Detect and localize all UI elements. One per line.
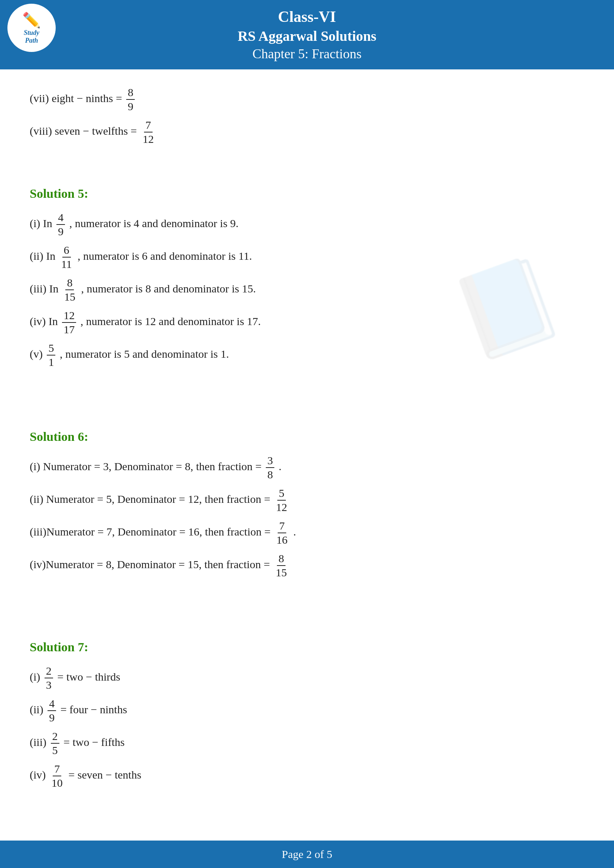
sol7-ii: (ii) 4 9 = four − ninths [30, 697, 584, 724]
sol6-iii: (iii)Numerator = 7, Denominator = 16, th… [30, 519, 584, 547]
sol6-ii-num: 5 [277, 487, 286, 501]
sol5-ii-den: 11 [60, 257, 73, 271]
sol5-v: (v) 5 1 , numerator is 5 and denominator… [30, 341, 584, 369]
sol5-iv-num: 12 [62, 309, 76, 323]
sol6-i-text: (i) Numerator = 3, Denominator = 8, then… [30, 460, 262, 473]
viii-fraction: 7 12 [141, 118, 155, 146]
sol5-v-den: 1 [47, 355, 55, 369]
sol5-ii: (ii) In 6 11 , numerator is 6 and denomi… [30, 243, 584, 271]
sol7-ii-den: 9 [48, 711, 56, 724]
logo-text: StudyPath [22, 29, 41, 45]
solution6-heading: Solution 6: [30, 425, 584, 448]
sol5-ii-pre: (ii) In [30, 250, 55, 262]
sol7-iv-num: 7 [53, 762, 61, 777]
page-number: Page 2 of 5 [282, 848, 332, 860]
sol5-i-post: , numerator is 4 and denominator is 9. [70, 217, 239, 229]
sol5-ii-num: 6 [62, 243, 71, 257]
viii-label: (viii) seven − twelfths = [30, 125, 137, 137]
sol6-iii-fraction: 7 16 [275, 519, 289, 547]
sol6-iv-den: 15 [274, 566, 288, 579]
sol5-v-fraction: 5 1 [47, 341, 55, 369]
sol7-ii-pre: (ii) [30, 703, 43, 716]
sol6-iv: (iv)Numerator = 8, Denominator = 15, the… [30, 552, 584, 579]
sol7-iv-den: 10 [50, 777, 64, 790]
sol7-iv-fraction: 7 10 [50, 762, 64, 790]
page-header: ✏️ StudyPath Class-VI RS Aggarwal Soluti… [0, 0, 614, 70]
sol5-v-num: 5 [47, 341, 55, 355]
logo-area: ✏️ StudyPath [8, 4, 56, 52]
sol7-iv: (iv) 7 10 = seven − tenths [30, 762, 584, 790]
sol7-iii-post: = two − fifths [64, 736, 125, 748]
sol6-iv-text: (iv)Numerator = 8, Denominator = 15, the… [30, 558, 270, 570]
sol6-ii: (ii) Numerator = 5, Denominator = 12, th… [30, 487, 584, 514]
viii-denominator: 12 [141, 132, 155, 146]
sol6-iii-dot: . [293, 525, 296, 538]
sol6-ii-fraction: 5 12 [275, 487, 289, 514]
sol6-i-dot: . [279, 460, 282, 473]
sol7-iii-num: 2 [51, 730, 59, 744]
logo-circle: ✏️ StudyPath [8, 4, 56, 52]
chapter-label: Chapter 5: Fractions [4, 45, 610, 63]
sol6-ii-den: 12 [275, 501, 289, 514]
sol7-iii-den: 5 [51, 744, 59, 757]
vii-numerator: 8 [126, 86, 135, 100]
class-label: Class-VI [4, 7, 610, 27]
sol5-iv: (iv) In 12 17 , numerator is 12 and deno… [30, 309, 584, 336]
problem-vii: (vii) eight − ninths = 8 9 [30, 86, 584, 113]
sol7-i-pre: (i) [30, 671, 40, 683]
sol6-iii-text: (iii)Numerator = 7, Denominator = 16, th… [30, 525, 271, 538]
sol6-i: (i) Numerator = 3, Denominator = 8, then… [30, 454, 584, 481]
sol5-iii-pre: (iii) In [30, 282, 58, 294]
sol6-iv-num: 8 [277, 552, 285, 566]
sol5-i-num: 4 [56, 211, 65, 225]
solutions-label: RS Aggarwal Solutions [4, 27, 610, 45]
sol5-iii: (iii) In 8 15 , numerator is 8 and denom… [30, 276, 584, 304]
sol7-ii-post: = four − ninths [60, 703, 127, 716]
sol5-i-den: 9 [56, 225, 65, 238]
sol5-i-pre: (i) In [30, 217, 52, 229]
sol5-ii-fraction: 6 11 [60, 243, 73, 271]
sol7-iii: (iii) 2 5 = two − fifths [30, 730, 584, 757]
sol7-iv-pre: (iv) [30, 769, 46, 781]
solution7-heading: Solution 7: [30, 636, 584, 658]
sol5-iv-den: 17 [62, 323, 76, 336]
header-titles: Class-VI RS Aggarwal Solutions Chapter 5… [4, 7, 610, 63]
sol5-ii-post: , numerator is 6 and denominator is 11. [78, 250, 252, 262]
problem-viii: (viii) seven − twelfths = 7 12 [30, 118, 584, 146]
sol7-iii-fraction: 2 5 [51, 730, 59, 757]
sol7-i-num: 2 [45, 664, 53, 678]
sol5-i-fraction: 4 9 [56, 211, 65, 238]
sol5-iii-den: 15 [63, 290, 77, 304]
sol7-ii-fraction: 4 9 [48, 697, 56, 724]
sol6-i-num: 3 [266, 454, 274, 468]
sol7-iii-pre: (iii) [30, 736, 47, 748]
sol7-i-post: = two − thirds [57, 671, 120, 683]
viii-numerator: 7 [144, 118, 153, 132]
sol7-i-den: 3 [45, 678, 53, 692]
sol5-iv-fraction: 12 17 [62, 309, 76, 336]
sol5-v-pre: (v) [30, 348, 43, 360]
sol5-iii-post: , numerator is 8 and denominator is 15. [81, 282, 256, 294]
sol7-i-fraction: 2 3 [45, 664, 53, 692]
sol5-iii-num: 8 [65, 276, 74, 290]
vii-label: (vii) eight − ninths = [30, 92, 122, 104]
sol7-ii-num: 4 [48, 697, 56, 711]
solution5-heading: Solution 5: [30, 182, 584, 205]
main-content: (vii) eight − ninths = 8 9 (viii) seven … [0, 70, 614, 818]
sol5-iv-pre: (iv) In [30, 315, 58, 327]
sol7-i: (i) 2 3 = two − thirds [30, 664, 584, 692]
sol5-v-post: , numerator is 5 and denominator is 1. [60, 348, 229, 360]
page-footer: Page 2 of 5 [0, 840, 614, 868]
sol6-iii-den: 16 [275, 533, 289, 547]
vii-denominator: 9 [126, 100, 135, 113]
sol7-iv-post: = seven − tenths [68, 769, 141, 781]
sol6-ii-text: (ii) Numerator = 5, Denominator = 12, th… [30, 493, 270, 505]
sol6-iii-num: 7 [278, 519, 286, 533]
vii-fraction: 8 9 [126, 86, 135, 113]
logo-icon: ✏️ [22, 11, 41, 29]
sol5-iv-post: , numerator is 12 and denominator is 17. [81, 315, 261, 327]
sol6-i-den: 8 [266, 468, 274, 481]
sol6-iv-fraction: 8 15 [274, 552, 288, 579]
sol6-i-fraction: 3 8 [266, 454, 274, 481]
sol5-i: (i) In 4 9 , numerator is 4 and denomina… [30, 211, 584, 238]
